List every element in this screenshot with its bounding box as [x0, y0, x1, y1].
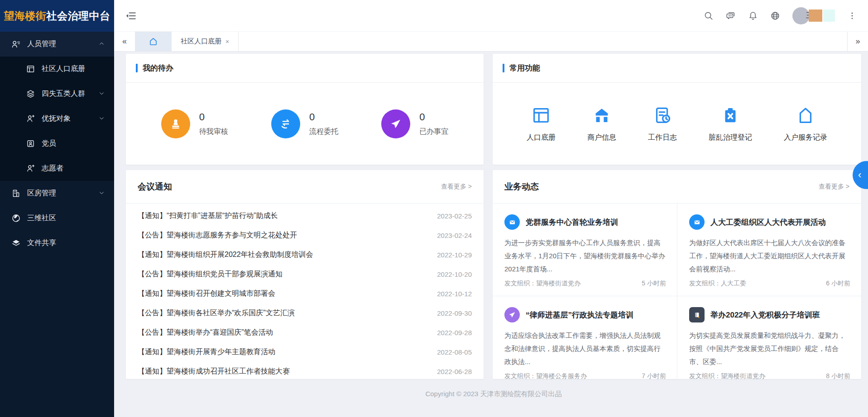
sidebar-item-label: 区房管理: [27, 189, 99, 198]
quick-item-label: 工作日志: [648, 133, 677, 142]
notice-date: 2023-02-25: [437, 212, 472, 220]
news-item-title: “律师进基层”行政执法专题培训: [526, 310, 633, 320]
list-item[interactable]: 【通知】望海楼街组织开展2022年社会救助制度培训会2022-10-29: [138, 245, 472, 265]
list-item[interactable]: 【公告】望海楼街举办“喜迎国庆”笔会活动2022-09-28: [138, 323, 472, 342]
sidebar-item-preferential-care-targets[interactable]: 优抚对象: [0, 106, 114, 131]
news-item-org: 发文组织：人大工委: [689, 280, 746, 288]
search-icon[interactable]: [704, 11, 714, 21]
meetings-more-link[interactable]: 查看更多 >: [441, 183, 472, 191]
messages-icon[interactable]: [726, 11, 736, 21]
quick-item-population-register[interactable]: 人口底册: [527, 105, 556, 142]
quick-functions-card: 常用功能 人口底册 商户信息 工作日志 脏乱治理登记: [493, 54, 861, 165]
notice-title: 【公告】望海楼街志愿服务齐参与文明之花处处开: [138, 231, 306, 240]
list-item[interactable]: 【通知】望海楼街开展青少年主题教育活动2022-08-05: [138, 342, 472, 362]
stat-label: 流程委托: [309, 127, 338, 137]
news-card-item[interactable]: “律师进基层”行政执法专题培训 为适应综合执法改革工作需要，增强执法人员法制观念…: [493, 296, 677, 379]
notice-title: 【通知】望海楼街组织开展2022年社会救助制度培训会: [138, 250, 322, 260]
tab-close-icon[interactable]: ×: [225, 38, 229, 45]
news-card-item[interactable]: 人大工委组织区人大代表开展活动 为做好区人大代表出席区十七届人大八次会议的准备工…: [677, 204, 861, 296]
user-name-redaction-block: [823, 9, 835, 22]
todo-title: 我的待办: [143, 63, 173, 73]
sidebar-item-party-members[interactable]: 党员: [0, 131, 114, 156]
list-item[interactable]: 【通知】望海楼街成功召开社区工作者技能大赛2022-06-28: [138, 362, 472, 379]
list-item[interactable]: 【通知】望海楼街召开创建文明城市部署会2022-10-12: [138, 284, 472, 303]
stat-label: 待我审核: [199, 127, 228, 137]
meetings-header: 会议通知 查看更多 >: [126, 170, 484, 204]
table-icon: [25, 64, 35, 74]
sidebar-item-district-housing-management[interactable]: 区房管理: [0, 181, 114, 206]
sidebar-item-label: 四失五类人群: [42, 89, 99, 99]
stat-pending-review[interactable]: 0 待我审核: [161, 109, 228, 138]
news-title: 业务动态: [504, 181, 539, 193]
notice-date: 2022-10-12: [437, 290, 472, 298]
notice-date: 2022-10-20: [437, 270, 472, 278]
house-icon: [795, 105, 816, 126]
notice-title: 【通知】望海楼街开展青少年主题教育活动: [138, 347, 284, 357]
news-item-time: 5 小时前: [642, 280, 666, 288]
sidebar-item-file-sharing[interactable]: 文件共享: [0, 231, 114, 256]
quick-title: 常用功能: [509, 63, 540, 73]
notice-date: 2022-06-28: [437, 368, 472, 375]
language-globe-icon[interactable]: [770, 11, 780, 21]
sidebar-item-community-population-register[interactable]: 社区人口底册: [0, 57, 114, 81]
main-content: 我的待办 0 待我审核 0: [114, 52, 868, 417]
news-more-link[interactable]: 查看更多 >: [819, 183, 849, 191]
notice-title: 【公告】望海楼街举办“喜迎国庆”笔会活动: [138, 328, 282, 337]
news-item-org: 发文组织：望海楼街道党办: [504, 280, 580, 288]
notice-date: 2022-08-05: [437, 348, 472, 356]
more-menu-icon[interactable]: [847, 11, 857, 21]
sidebar-item-label: 优抚对象: [42, 114, 99, 123]
quick-item-label: 商户信息: [587, 133, 616, 142]
tabs-scroll-right-button[interactable]: »: [847, 32, 868, 51]
copyright-text: Copyright © 2023 天津市测绘院有限公司出品: [126, 390, 861, 398]
news-item-body: 为切实提高党员发展质量和党组织战斗力、凝聚力，按照《中国共产党发展党员工作细则》…: [689, 329, 850, 368]
chevron-down-icon: [99, 90, 105, 98]
table-icon: [531, 105, 551, 126]
tab-home[interactable]: [135, 32, 171, 51]
sidebar-item-label: 三维社区: [27, 213, 105, 223]
tab-bar: « 社区人口底册 × »: [114, 32, 868, 52]
title-accent-bar: [136, 64, 138, 72]
quick-item-work-log[interactable]: 工作日志: [648, 105, 677, 142]
stat-value: 0: [419, 111, 448, 123]
sidebar-item-label: 社区人口底册: [42, 64, 105, 74]
sidebar-item-volunteers[interactable]: 志愿者: [0, 156, 114, 181]
list-item[interactable]: 【通知】“扫黄打非”进基层“护苗行动”助成长2023-02-25: [138, 206, 472, 226]
sidebar-item-label: 志愿者: [42, 164, 105, 173]
sidebar-item-four-lost-five-types[interactable]: 四失五类人群: [0, 81, 114, 106]
stat-value: 0: [309, 111, 338, 123]
stat-completed-matters[interactable]: 0 已办事宜: [381, 109, 448, 138]
notice-title: 【通知】“扫黄打非”进基层“护苗行动”助成长: [138, 211, 287, 221]
sidebar-submenu: 社区人口底册 四失五类人群 优抚对象 党员 志愿者: [0, 57, 114, 181]
news-card-item[interactable]: 党群服务中心首轮业务培训 为进一步夯实党群服务中心工作人员服务意识，提高业务水平…: [493, 204, 677, 296]
notice-date: 2023-02-24: [437, 232, 472, 239]
paper-plane-icon: [381, 109, 410, 138]
topbar-actions: 王: [704, 7, 857, 25]
tabs-scroll-left-button[interactable]: «: [114, 32, 135, 51]
sidebar-item-label: 文件共享: [27, 238, 105, 248]
stat-process-delegation[interactable]: 0 流程委托: [271, 109, 338, 138]
quick-item-sanitation-registry[interactable]: 脏乱治理登记: [709, 105, 752, 142]
sidebar-item-3d-community[interactable]: 三维社区: [0, 206, 114, 231]
list-item[interactable]: 【公告】望海楼街组织党员干部参观展演通知2022-10-20: [138, 265, 472, 284]
news-item-time: 7 小时前: [642, 372, 666, 379]
layers-icon: [25, 89, 35, 99]
clipboard-x-icon: [720, 105, 741, 126]
notice-date: 2022-09-30: [437, 309, 472, 317]
user-area[interactable]: 王: [792, 7, 835, 25]
paper-plane-icon: [504, 307, 520, 322]
quick-items: 人口底册 商户信息 工作日志 脏乱治理登记 入户服务记录: [493, 83, 861, 165]
news-card-item[interactable]: 举办2022年入党积极分子培训班 为切实提高党员发展质量和党组织战斗力、凝聚力，…: [677, 296, 861, 379]
quick-item-merchant-info[interactable]: 商户信息: [587, 105, 616, 142]
sidebar-item-personnel-management[interactable]: 人员管理: [0, 32, 114, 57]
quick-item-home-visit-records[interactable]: 入户服务记录: [784, 105, 827, 142]
bell-icon[interactable]: [748, 11, 758, 21]
list-item[interactable]: 【公告】望海楼街志愿服务齐参与文明之花处处开2023-02-24: [138, 226, 472, 245]
mail-icon: [504, 214, 520, 230]
chevron-down-icon: [99, 115, 105, 123]
sidebar-fold-icon[interactable]: [125, 10, 137, 22]
stat-label: 已办事宜: [419, 127, 448, 137]
tab-community-population-register[interactable]: 社区人口底册 ×: [171, 32, 239, 51]
list-item[interactable]: 【公告】望海楼街各社区举办“欢乐国庆”文艺汇演2022-09-30: [138, 303, 472, 323]
notice-date: 2022-09-28: [437, 329, 472, 336]
